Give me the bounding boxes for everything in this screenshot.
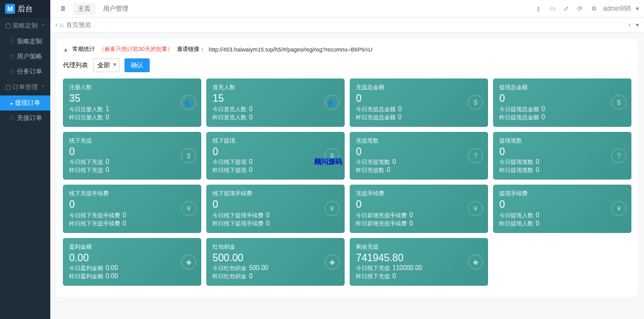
chevron-right-icon[interactable]: ›	[628, 21, 630, 28]
logo-icon: M	[5, 4, 15, 14]
card-title: 充值总金额	[356, 84, 482, 92]
stat-card: 剩余充值 741945.80 今日线下充值110000.00 昨日线下充值0 ◆	[350, 238, 488, 286]
main: ≣主页用户管理 ⫿ ▭ ⤢ ⟳ ⚙ admin998 ▾ ‹ ⌂ 首页预览 › …	[50, 0, 644, 319]
card-line: 昨日充值数0	[356, 166, 482, 175]
card-value: 0	[356, 199, 482, 210]
card-icon: ¥	[325, 201, 340, 216]
card-icon: ◆	[181, 254, 196, 269]
chevron-left-icon[interactable]: ‹	[55, 21, 57, 28]
filter-select[interactable]: 全部	[93, 58, 119, 72]
stat-card: 提现手续费 0 今日提现人数0 昨日提现人数0 ¥	[493, 185, 631, 233]
card-icon: ◆	[325, 254, 340, 269]
filter-label: 代理列表	[63, 61, 88, 70]
card-icon: 👥	[325, 95, 340, 110]
card-icon: ?	[468, 148, 483, 163]
sidebar-item[interactable]: 任务订单	[0, 64, 50, 79]
stat-card: 线下充值 0 今日线下充值0 昨日线下充值0 $	[63, 132, 201, 180]
stat-card: 提现笔数 0 今日提现笔数0 昨日提现笔数0 ?	[493, 132, 631, 180]
card-line: 昨日提现人数0	[499, 220, 625, 228]
card-title: 红包积金	[213, 243, 338, 251]
card-icon: ¥	[181, 201, 196, 216]
tab[interactable]: 主页	[73, 3, 96, 15]
sidebar: M 后台 ▢ 策略定制策略定制用户策略任务订单▢ 订单管理提现订单充值订单	[0, 0, 50, 319]
info-prefix: 常规统计	[72, 45, 95, 53]
check-icon: ▲	[63, 46, 69, 53]
sidebar-item[interactable]: 策略定制	[0, 34, 50, 49]
card-line: 今日提现笔数0	[499, 158, 625, 166]
card-line: 昨日首充人数0	[213, 114, 338, 122]
stat-card: 首充人数 15 今日首充人数0 昨日首充人数0 👥	[206, 78, 345, 127]
info-row: ▲ 常规统计 （最多只统计前30天的批量） 邀请链接： http://453.h…	[63, 45, 631, 53]
card-value: 0	[499, 146, 625, 158]
sidebar-item[interactable]: 用户策略	[0, 49, 50, 64]
chart-icon[interactable]: ⫿	[534, 4, 543, 13]
tab[interactable]: ≣	[55, 3, 70, 14]
breadcrumb-text: 首页预览	[66, 21, 91, 30]
stat-card: 注册人数 35 今日注册人数1 昨日注册人数0 👥	[63, 78, 201, 127]
window-icon[interactable]: ▭	[548, 4, 557, 13]
card-line: 昨日线下充值手续费0	[69, 220, 195, 228]
card-title: 注册人数	[69, 84, 195, 92]
chevron-down-icon[interactable]: ▾	[636, 5, 639, 12]
info-link-label: 邀请链接：	[177, 45, 205, 53]
card-icon: ¥	[468, 201, 483, 216]
home-icon[interactable]: ⌂	[60, 21, 64, 28]
card-value: 741945.80	[356, 252, 482, 264]
card-value: 0	[499, 93, 625, 104]
brand-text: 后台	[18, 4, 33, 14]
stat-card: 红包积金 500.00 今日红包积金500.00 昨日红包积金0 ◆	[206, 238, 345, 286]
topbar: ≣主页用户管理 ⫿ ▭ ⤢ ⟳ ⚙ admin998 ▾	[50, 0, 644, 18]
tab[interactable]: 用户管理	[98, 3, 133, 15]
card-line: 昨日线下提现0	[213, 166, 338, 175]
card-icon: $	[468, 95, 483, 110]
card-line: 昨日提现笔数0	[499, 166, 625, 175]
card-line: 昨日盈利金额0.00	[69, 273, 195, 281]
card-line: 昨日充值总金额0	[356, 114, 482, 122]
stat-card: 提现总金额 0 今日提现总金额0 昨日提现总金额0 $	[493, 78, 631, 127]
card-title: 盈利金额	[69, 243, 195, 251]
card-line: 今日充值笔数0	[356, 158, 482, 166]
logo: M 后台	[0, 0, 50, 18]
menu-group[interactable]: ▢ 订单管理	[0, 79, 50, 95]
card-title: 线下充值手续费	[69, 190, 195, 198]
sidebar-item[interactable]: 充值订单	[0, 111, 50, 126]
card-line: 今日新增充值手续费0	[356, 212, 482, 220]
user-label[interactable]: admin998	[603, 5, 631, 12]
card-title: 提现总金额	[499, 84, 625, 92]
panel: ▲ 常规统计 （最多只统计前30天的批量） 邀请链接： http://453.h…	[57, 39, 638, 297]
card-icon: $	[181, 148, 196, 163]
card-title: 首充人数	[213, 84, 338, 92]
card-value: 0	[213, 146, 338, 158]
chevron-down-icon[interactable]: ▾	[636, 21, 639, 28]
card-icon: ¥	[611, 201, 626, 216]
stat-card: 充值手续费 0 今日新增充值手续费0 昨日新增充值手续费0 ¥	[350, 185, 488, 233]
card-icon: ◆	[468, 254, 483, 269]
card-title: 线下提现	[213, 137, 338, 145]
refresh-icon[interactable]: ⟳	[575, 4, 584, 13]
expand-icon[interactable]: ⤢	[562, 4, 570, 13]
sidebar-item[interactable]: 提现订单	[0, 95, 50, 111]
settings-icon[interactable]: ⚙	[589, 4, 598, 13]
card-title: 线下充值	[69, 137, 195, 145]
card-icon: 👥	[181, 95, 196, 110]
card-title: 提现手续费	[499, 190, 625, 198]
card-value: 0	[356, 146, 482, 158]
card-value: 0	[213, 199, 338, 210]
card-line: 昨日注册人数0	[69, 114, 195, 122]
card-value: 0	[499, 199, 625, 210]
card-line: 昨日线下提现手续费0	[213, 220, 338, 228]
content: ▲ 常规统计 （最多只统计前30天的批量） 邀请链接： http://453.h…	[50, 33, 644, 319]
confirm-button[interactable]: 确认	[125, 58, 150, 72]
card-title: 提现笔数	[499, 137, 625, 145]
card-value: 15	[213, 93, 338, 104]
card-title: 充值笔数	[356, 137, 482, 145]
stat-card: 线下充值手续费 0 今日线下充值手续费0 昨日线下充值手续费0 ¥	[63, 185, 201, 233]
card-value: 35	[69, 93, 195, 104]
card-title: 充值手续费	[356, 190, 482, 198]
menu-group[interactable]: ▢ 策略定制	[0, 18, 50, 34]
card-line: 今日线下充值110000.00	[356, 264, 482, 273]
breadcrumb: ‹ ⌂ 首页预览 › ▾	[50, 18, 644, 33]
card-line: 今日提现人数0	[499, 212, 625, 220]
stat-card: 盈利金额 0.00 今日盈利金额0.00 昨日盈利金额0.00 ◆	[63, 238, 201, 286]
card-line: 今日红包积金500.00	[213, 264, 338, 273]
